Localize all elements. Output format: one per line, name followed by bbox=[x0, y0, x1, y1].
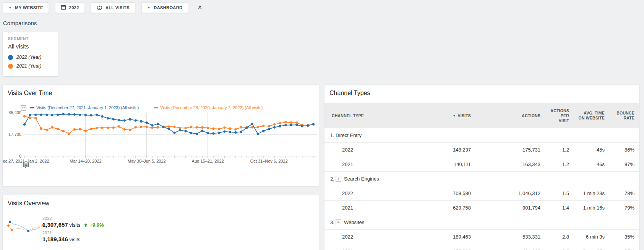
channel-data-row[interactable]: 2021629,758901,7941.41 min 16s79% bbox=[324, 201, 639, 215]
channel-data-row[interactable]: 2021175,991464,0632.65 min 27s37% bbox=[324, 244, 639, 250]
site-selector-label: MY WEBSITE bbox=[15, 5, 43, 10]
analytics-dashboard: ▼ MY WEBSITE 2022 ALL VISITS ▼ DASHBOARD… bbox=[0, 0, 644, 250]
segment-name: All visits bbox=[8, 43, 53, 50]
cell-bounce_rate: 37% bbox=[609, 244, 639, 250]
cell-avg_time: 1 min 16s bbox=[574, 201, 609, 215]
visits-over-time-chart[interactable]: 017,70035,400Dec 27, 2021–Jan 2, 2022Mar… bbox=[3, 108, 319, 169]
channel-data-row[interactable]: 2021140,111163,3431.246s87% bbox=[324, 157, 639, 172]
stat-line: 1,307,657 visits +9.9% bbox=[42, 221, 104, 229]
segment-label: SEGMENT bbox=[8, 37, 53, 41]
cell-visits: 140,111 bbox=[416, 157, 475, 172]
column-channel-type[interactable]: CHANNEL TYPE bbox=[324, 103, 416, 128]
expand-plus-icon[interactable]: + bbox=[336, 219, 341, 225]
period-selector-button[interactable]: 2022 bbox=[55, 2, 85, 13]
stat-unit: visits bbox=[69, 237, 80, 242]
cell-actions: 901,794 bbox=[475, 201, 545, 215]
column-visits[interactable]: ▼VISITS bbox=[416, 103, 475, 128]
svg-text:17,700: 17,700 bbox=[8, 132, 21, 137]
sort-descending-icon: ▼ bbox=[453, 114, 456, 118]
cell-avg_time: 1 min 23s bbox=[574, 186, 609, 201]
stat-year: 2022 bbox=[42, 216, 104, 221]
column-actions[interactable]: ACTIONS bbox=[475, 103, 545, 128]
collapse-toolbar-button[interactable] bbox=[196, 4, 203, 11]
channel-name: Direct Entry bbox=[336, 132, 362, 138]
visits-sparkline[interactable] bbox=[7, 217, 45, 235]
cell-avg_time: 45s bbox=[574, 143, 609, 157]
cell-actions_per_visit: 1.4 bbox=[545, 201, 574, 215]
channel-group-row[interactable]: 2.+Search Engines bbox=[324, 172, 639, 186]
chevron-down-icon: ▼ bbox=[8, 6, 12, 10]
annotations-icon[interactable] bbox=[23, 163, 29, 170]
cell-actions: 533,331 bbox=[475, 230, 545, 244]
row-rank: 3. bbox=[330, 219, 336, 225]
dashboard-selector-label: DASHBOARD bbox=[154, 5, 182, 10]
cell-bounce_rate: 35% bbox=[609, 230, 639, 244]
channel-group-row[interactable]: 1.Direct Entry bbox=[324, 128, 639, 143]
column-actions-per-visit[interactable]: ACTIONS PER VISIT bbox=[545, 103, 574, 128]
comparisons-heading: Comparisons bbox=[3, 20, 37, 26]
svg-text:0: 0 bbox=[19, 154, 21, 158]
cell-actions: 1,046,312 bbox=[475, 186, 545, 201]
double-chevron-up-icon bbox=[197, 5, 203, 11]
comparison-item-label: 2022 (Year) bbox=[16, 55, 41, 60]
stat-line: 1,189,346 visits bbox=[42, 235, 104, 243]
comparison-item-label: 2021 (Year) bbox=[16, 63, 41, 69]
cell-visits: 709,580 bbox=[416, 186, 475, 201]
series-2022 bbox=[23, 113, 315, 135]
series-color-dot bbox=[8, 64, 13, 69]
cell-year: 2022 bbox=[324, 186, 416, 201]
people-icon bbox=[97, 5, 102, 11]
visits-over-time-card: Visits Over Time Visits (December 27, 20… bbox=[3, 85, 319, 186]
cell-actions_per_visit: 2.8 bbox=[545, 230, 574, 244]
stat-unit: visits bbox=[69, 222, 80, 228]
comparison-item-2022[interactable]: 2022 (Year) bbox=[8, 55, 53, 60]
svg-text:May 30–Jun 5, 2022: May 30–Jun 5, 2022 bbox=[128, 159, 166, 163]
svg-text:35,400: 35,400 bbox=[8, 110, 21, 115]
dashboard-selector-button[interactable]: ▼ DASHBOARD bbox=[141, 2, 188, 13]
card-title: Visits Over Time bbox=[8, 90, 319, 97]
stat-change: +9.9% bbox=[90, 222, 104, 228]
cell-actions: 163,343 bbox=[475, 157, 545, 172]
cell-visits: 629,758 bbox=[416, 201, 475, 215]
period-selector-label: 2022 bbox=[69, 5, 79, 10]
row-rank: 2. bbox=[330, 176, 336, 182]
row-rank: 1. bbox=[330, 132, 336, 138]
channel-data-row[interactable]: 2022148,237175,7311.245s86% bbox=[324, 143, 639, 157]
card-title: Visits Overview bbox=[8, 200, 319, 207]
channel-data-row[interactable]: 2022709,5801,046,3121.51 min 23s78% bbox=[324, 186, 639, 201]
calendar-icon bbox=[61, 5, 66, 11]
visits-overview-card: Visits Overview 2022 1,307,657 visits +9… bbox=[3, 195, 319, 250]
site-selector-button[interactable]: ▼ MY WEBSITE bbox=[3, 2, 49, 13]
column-bounce-rate[interactable]: BOUNCE RATE bbox=[609, 103, 639, 128]
column-avg-time[interactable]: AVG. TIME ON WEBSITE bbox=[574, 103, 609, 128]
channel-name: Websites bbox=[344, 219, 364, 225]
stat-value: 1,307,657 bbox=[42, 221, 68, 228]
svg-text:Oct 31–Nov 6, 2022: Oct 31–Nov 6, 2022 bbox=[250, 159, 288, 163]
comparison-item-2021[interactable]: 2021 (Year) bbox=[8, 63, 53, 69]
channel-types-body: 1.Direct Entry2022148,237175,7311.245s86… bbox=[324, 128, 639, 250]
cell-visits: 148,237 bbox=[416, 143, 475, 157]
cell-actions_per_visit: 1.5 bbox=[545, 186, 574, 201]
channel-group-row[interactable]: 3.+Websites bbox=[324, 215, 639, 230]
cell-year: 2021 bbox=[324, 244, 416, 250]
stat-year: 2021 bbox=[42, 230, 104, 235]
cell-year: 2022 bbox=[324, 143, 416, 157]
channel-data-row[interactable]: 2022189,463533,3312.86 min 3s35% bbox=[324, 230, 639, 244]
cell-bounce_rate: 87% bbox=[609, 157, 639, 172]
channel-types-table: CHANNEL TYPE ▼VISITS ACTIONS ACTIONS PER… bbox=[324, 103, 639, 250]
svg-text:Mar 14–20, 2022: Mar 14–20, 2022 bbox=[70, 159, 101, 163]
cell-actions: 464,063 bbox=[475, 244, 545, 250]
up-arrow-icon bbox=[84, 222, 88, 229]
segment-selector-button[interactable]: ALL VISITS bbox=[91, 2, 135, 13]
cell-bounce_rate: 79% bbox=[609, 201, 639, 215]
cell-visits: 189,463 bbox=[416, 230, 475, 244]
cell-year: 2021 bbox=[324, 157, 416, 172]
expand-plus-icon[interactable]: + bbox=[336, 176, 341, 182]
channel-types-card: Channel Types CHANNEL TYPE ▼VISITS ACTIO… bbox=[324, 85, 639, 250]
cell-avg_time: 5 min 27s bbox=[574, 244, 609, 250]
cell-avg_time: 6 min 3s bbox=[574, 230, 609, 244]
cell-avg_time: 46s bbox=[574, 157, 609, 172]
card-title: Channel Types bbox=[329, 90, 639, 97]
stat-value: 1,189,346 bbox=[42, 236, 68, 242]
chevron-down-icon: ▼ bbox=[147, 6, 151, 10]
